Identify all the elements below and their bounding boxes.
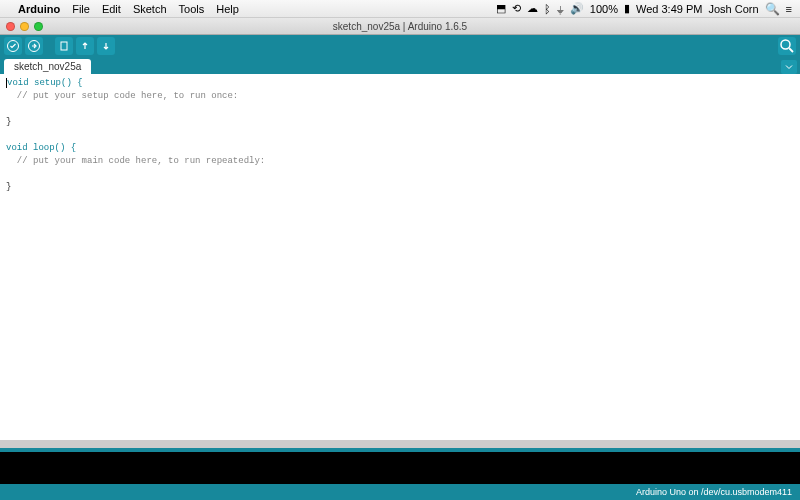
message-area — [0, 440, 800, 448]
verify-button[interactable] — [4, 37, 22, 55]
arrow-down-icon — [100, 40, 112, 52]
serial-monitor-icon — [778, 37, 796, 55]
window-zoom-button[interactable] — [34, 22, 43, 31]
svg-rect-2 — [61, 42, 67, 50]
user-name[interactable]: Josh Corn — [708, 3, 758, 15]
serial-monitor-button[interactable] — [778, 37, 796, 55]
menu-sketch[interactable]: Sketch — [133, 3, 167, 15]
new-button[interactable] — [55, 37, 73, 55]
code-editor[interactable]: void setup() { // put your setup code he… — [0, 74, 800, 440]
code-fn-loop: loop() { — [28, 143, 77, 153]
tab-sketch[interactable]: sketch_nov25a — [4, 59, 91, 74]
clock-text[interactable]: Wed 3:49 PM — [636, 3, 702, 15]
tab-bar: sketch_nov25a — [0, 57, 800, 74]
tab-menu-button[interactable] — [781, 60, 797, 74]
upload-button[interactable] — [25, 37, 43, 55]
battery-icon[interactable]: ▮ — [624, 2, 630, 15]
file-icon — [58, 40, 70, 52]
arduino-toolbar — [0, 35, 800, 57]
svg-point-3 — [781, 40, 790, 49]
menubar-status-icons: ⬒ ⟲ ☁ ᛒ ⏚ 🔊 100% ▮ Wed 3:49 PM Josh Corn… — [496, 2, 792, 16]
menu-tools[interactable]: Tools — [179, 3, 205, 15]
dropbox-icon[interactable]: ⬒ — [496, 2, 506, 15]
spotlight-icon[interactable]: 🔍 — [765, 2, 780, 16]
window-minimize-button[interactable] — [20, 22, 29, 31]
code-brace: } — [6, 182, 11, 192]
menu-file[interactable]: File — [72, 3, 90, 15]
status-bar: Arduino Uno on /dev/cu.usbmodem411 — [0, 484, 800, 500]
check-icon — [7, 40, 19, 52]
console-output[interactable] — [0, 452, 800, 484]
code-fn-setup: setup() { — [29, 78, 83, 88]
menu-edit[interactable]: Edit — [102, 3, 121, 15]
code-comment-loop: // put your main code here, to run repea… — [6, 156, 265, 166]
open-button[interactable] — [76, 37, 94, 55]
notification-center-icon[interactable]: ≡ — [786, 3, 792, 15]
code-keyword: void — [7, 78, 29, 88]
arrow-right-icon — [28, 40, 40, 52]
menubar-app-name[interactable]: Arduino — [18, 3, 60, 15]
window-title: sketch_nov25a | Arduino 1.6.5 — [0, 21, 800, 32]
svg-line-4 — [789, 48, 793, 52]
volume-icon[interactable]: 🔊 — [570, 2, 584, 15]
save-button[interactable] — [97, 37, 115, 55]
arrow-up-icon — [79, 40, 91, 52]
code-comment-setup: // put your setup code here, to run once… — [6, 91, 238, 101]
window-close-button[interactable] — [6, 22, 15, 31]
code-brace: } — [6, 117, 11, 127]
wifi-icon[interactable]: ⏚ — [557, 3, 564, 15]
menu-help[interactable]: Help — [216, 3, 239, 15]
macos-menubar: Arduino File Edit Sketch Tools Help ⬒ ⟲ … — [0, 0, 800, 18]
window-titlebar: sketch_nov25a | Arduino 1.6.5 — [0, 18, 800, 35]
battery-text: 100% — [590, 3, 618, 15]
code-keyword: void — [6, 143, 28, 153]
chevron-down-icon — [785, 63, 793, 71]
board-port-text: Arduino Uno on /dev/cu.usbmodem411 — [636, 487, 792, 497]
cloud-icon[interactable]: ☁ — [527, 2, 538, 15]
bluetooth-icon[interactable]: ᛒ — [544, 3, 551, 15]
sync-icon[interactable]: ⟲ — [512, 2, 521, 15]
